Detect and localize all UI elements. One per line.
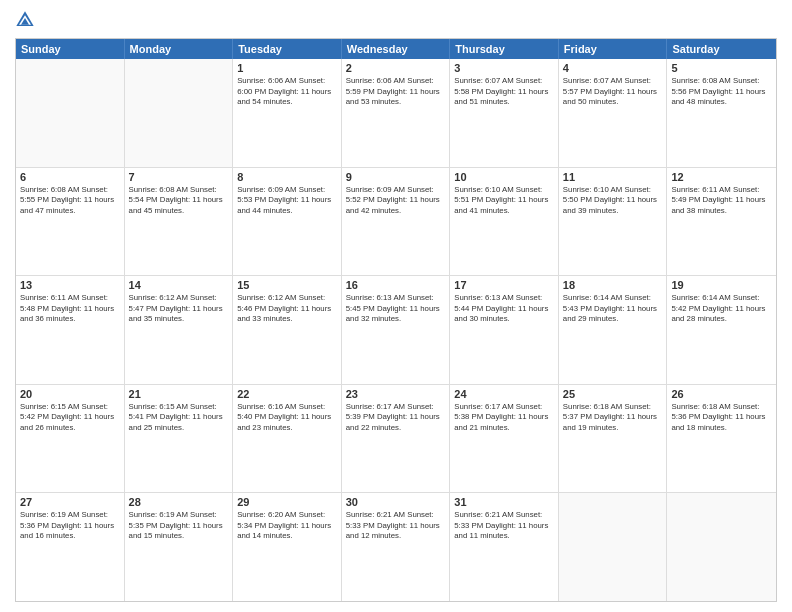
cell-info: Sunrise: 6:08 AM Sunset: 5:55 PM Dayligh…: [20, 185, 120, 217]
cell-info: Sunrise: 6:17 AM Sunset: 5:39 PM Dayligh…: [346, 402, 446, 434]
calendar-cell: 30Sunrise: 6:21 AM Sunset: 5:33 PM Dayli…: [342, 493, 451, 601]
calendar-cell: 7Sunrise: 6:08 AM Sunset: 5:54 PM Daylig…: [125, 168, 234, 276]
calendar-cell: 10Sunrise: 6:10 AM Sunset: 5:51 PM Dayli…: [450, 168, 559, 276]
calendar-cell: [559, 493, 668, 601]
day-number: 1: [237, 62, 337, 74]
calendar-cell: 6Sunrise: 6:08 AM Sunset: 5:55 PM Daylig…: [16, 168, 125, 276]
cell-info: Sunrise: 6:18 AM Sunset: 5:37 PM Dayligh…: [563, 402, 663, 434]
logo-icon: [15, 10, 35, 30]
cell-info: Sunrise: 6:11 AM Sunset: 5:49 PM Dayligh…: [671, 185, 772, 217]
calendar-cell: 15Sunrise: 6:12 AM Sunset: 5:46 PM Dayli…: [233, 276, 342, 384]
cell-info: Sunrise: 6:18 AM Sunset: 5:36 PM Dayligh…: [671, 402, 772, 434]
calendar-cell: [16, 59, 125, 167]
header-day-friday: Friday: [559, 39, 668, 59]
cell-info: Sunrise: 6:13 AM Sunset: 5:44 PM Dayligh…: [454, 293, 554, 325]
day-number: 28: [129, 496, 229, 508]
day-number: 21: [129, 388, 229, 400]
calendar-cell: 21Sunrise: 6:15 AM Sunset: 5:41 PM Dayli…: [125, 385, 234, 493]
day-number: 11: [563, 171, 663, 183]
calendar-cell: 16Sunrise: 6:13 AM Sunset: 5:45 PM Dayli…: [342, 276, 451, 384]
day-number: 24: [454, 388, 554, 400]
day-number: 6: [20, 171, 120, 183]
calendar-cell: 23Sunrise: 6:17 AM Sunset: 5:39 PM Dayli…: [342, 385, 451, 493]
cell-info: Sunrise: 6:07 AM Sunset: 5:57 PM Dayligh…: [563, 76, 663, 108]
day-number: 13: [20, 279, 120, 291]
day-number: 15: [237, 279, 337, 291]
calendar-row-3: 20Sunrise: 6:15 AM Sunset: 5:42 PM Dayli…: [16, 385, 776, 494]
calendar-cell: 11Sunrise: 6:10 AM Sunset: 5:50 PM Dayli…: [559, 168, 668, 276]
calendar: SundayMondayTuesdayWednesdayThursdayFrid…: [15, 38, 777, 602]
day-number: 31: [454, 496, 554, 508]
calendar-cell: 18Sunrise: 6:14 AM Sunset: 5:43 PM Dayli…: [559, 276, 668, 384]
day-number: 4: [563, 62, 663, 74]
calendar-cell: 12Sunrise: 6:11 AM Sunset: 5:49 PM Dayli…: [667, 168, 776, 276]
calendar-row-4: 27Sunrise: 6:19 AM Sunset: 5:36 PM Dayli…: [16, 493, 776, 601]
day-number: 8: [237, 171, 337, 183]
calendar-cell: 29Sunrise: 6:20 AM Sunset: 5:34 PM Dayli…: [233, 493, 342, 601]
calendar-cell: 20Sunrise: 6:15 AM Sunset: 5:42 PM Dayli…: [16, 385, 125, 493]
day-number: 10: [454, 171, 554, 183]
day-number: 14: [129, 279, 229, 291]
calendar-cell: 8Sunrise: 6:09 AM Sunset: 5:53 PM Daylig…: [233, 168, 342, 276]
logo: [15, 10, 39, 30]
cell-info: Sunrise: 6:19 AM Sunset: 5:35 PM Dayligh…: [129, 510, 229, 542]
day-number: 2: [346, 62, 446, 74]
calendar-cell: 28Sunrise: 6:19 AM Sunset: 5:35 PM Dayli…: [125, 493, 234, 601]
calendar-cell: 25Sunrise: 6:18 AM Sunset: 5:37 PM Dayli…: [559, 385, 668, 493]
day-number: 30: [346, 496, 446, 508]
cell-info: Sunrise: 6:06 AM Sunset: 5:59 PM Dayligh…: [346, 76, 446, 108]
calendar-cell: 2Sunrise: 6:06 AM Sunset: 5:59 PM Daylig…: [342, 59, 451, 167]
day-number: 26: [671, 388, 772, 400]
day-number: 7: [129, 171, 229, 183]
calendar-cell: 22Sunrise: 6:16 AM Sunset: 5:40 PM Dayli…: [233, 385, 342, 493]
calendar-cell: 26Sunrise: 6:18 AM Sunset: 5:36 PM Dayli…: [667, 385, 776, 493]
calendar-cell: 9Sunrise: 6:09 AM Sunset: 5:52 PM Daylig…: [342, 168, 451, 276]
calendar-cell: 3Sunrise: 6:07 AM Sunset: 5:58 PM Daylig…: [450, 59, 559, 167]
cell-info: Sunrise: 6:10 AM Sunset: 5:51 PM Dayligh…: [454, 185, 554, 217]
cell-info: Sunrise: 6:08 AM Sunset: 5:54 PM Dayligh…: [129, 185, 229, 217]
day-number: 19: [671, 279, 772, 291]
day-number: 12: [671, 171, 772, 183]
cell-info: Sunrise: 6:12 AM Sunset: 5:46 PM Dayligh…: [237, 293, 337, 325]
calendar-row-1: 6Sunrise: 6:08 AM Sunset: 5:55 PM Daylig…: [16, 168, 776, 277]
header-day-thursday: Thursday: [450, 39, 559, 59]
cell-info: Sunrise: 6:19 AM Sunset: 5:36 PM Dayligh…: [20, 510, 120, 542]
header: [15, 10, 777, 30]
calendar-cell: [125, 59, 234, 167]
calendar-header: SundayMondayTuesdayWednesdayThursdayFrid…: [16, 39, 776, 59]
day-number: 3: [454, 62, 554, 74]
day-number: 9: [346, 171, 446, 183]
cell-info: Sunrise: 6:07 AM Sunset: 5:58 PM Dayligh…: [454, 76, 554, 108]
calendar-cell: 17Sunrise: 6:13 AM Sunset: 5:44 PM Dayli…: [450, 276, 559, 384]
calendar-cell: 13Sunrise: 6:11 AM Sunset: 5:48 PM Dayli…: [16, 276, 125, 384]
cell-info: Sunrise: 6:12 AM Sunset: 5:47 PM Dayligh…: [129, 293, 229, 325]
cell-info: Sunrise: 6:06 AM Sunset: 6:00 PM Dayligh…: [237, 76, 337, 108]
calendar-cell: 31Sunrise: 6:21 AM Sunset: 5:33 PM Dayli…: [450, 493, 559, 601]
cell-info: Sunrise: 6:15 AM Sunset: 5:42 PM Dayligh…: [20, 402, 120, 434]
cell-info: Sunrise: 6:14 AM Sunset: 5:42 PM Dayligh…: [671, 293, 772, 325]
cell-info: Sunrise: 6:21 AM Sunset: 5:33 PM Dayligh…: [454, 510, 554, 542]
calendar-cell: 14Sunrise: 6:12 AM Sunset: 5:47 PM Dayli…: [125, 276, 234, 384]
cell-info: Sunrise: 6:11 AM Sunset: 5:48 PM Dayligh…: [20, 293, 120, 325]
calendar-row-2: 13Sunrise: 6:11 AM Sunset: 5:48 PM Dayli…: [16, 276, 776, 385]
calendar-body: 1Sunrise: 6:06 AM Sunset: 6:00 PM Daylig…: [16, 59, 776, 601]
page: SundayMondayTuesdayWednesdayThursdayFrid…: [0, 0, 792, 612]
cell-info: Sunrise: 6:15 AM Sunset: 5:41 PM Dayligh…: [129, 402, 229, 434]
header-day-sunday: Sunday: [16, 39, 125, 59]
calendar-cell: 5Sunrise: 6:08 AM Sunset: 5:56 PM Daylig…: [667, 59, 776, 167]
header-day-wednesday: Wednesday: [342, 39, 451, 59]
day-number: 22: [237, 388, 337, 400]
day-number: 25: [563, 388, 663, 400]
calendar-cell: 1Sunrise: 6:06 AM Sunset: 6:00 PM Daylig…: [233, 59, 342, 167]
day-number: 23: [346, 388, 446, 400]
day-number: 5: [671, 62, 772, 74]
cell-info: Sunrise: 6:17 AM Sunset: 5:38 PM Dayligh…: [454, 402, 554, 434]
calendar-cell: [667, 493, 776, 601]
day-number: 16: [346, 279, 446, 291]
cell-info: Sunrise: 6:10 AM Sunset: 5:50 PM Dayligh…: [563, 185, 663, 217]
day-number: 29: [237, 496, 337, 508]
calendar-cell: 19Sunrise: 6:14 AM Sunset: 5:42 PM Dayli…: [667, 276, 776, 384]
calendar-cell: 24Sunrise: 6:17 AM Sunset: 5:38 PM Dayli…: [450, 385, 559, 493]
calendar-cell: 27Sunrise: 6:19 AM Sunset: 5:36 PM Dayli…: [16, 493, 125, 601]
cell-info: Sunrise: 6:09 AM Sunset: 5:52 PM Dayligh…: [346, 185, 446, 217]
